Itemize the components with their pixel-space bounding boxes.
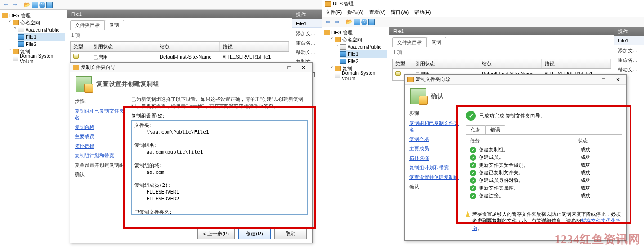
settings-textarea[interactable] — [131, 120, 308, 215]
wizard-titlebar[interactable]: 复制文件夹向导 — □ ✕ — [405, 75, 626, 85]
success-icon: ✔ — [466, 111, 476, 121]
create-button[interactable]: 创建(R) — [238, 229, 271, 239]
col-type[interactable]: 类型 — [393, 59, 412, 68]
task-status: 成功 — [581, 177, 618, 184]
collapse-icon[interactable]: ˅ — [7, 20, 13, 26]
col-path[interactable]: 路径 — [542, 59, 611, 68]
wizard-title-text: 复制文件夹向导 — [416, 76, 450, 83]
col-site[interactable]: 站点 — [479, 59, 542, 68]
step-link[interactable]: 复制合格 — [409, 135, 462, 144]
task-status: 成功 — [581, 185, 618, 191]
back-icon[interactable]: ⇦ — [324, 18, 332, 26]
wizard-titlebar[interactable]: 复制文件夹向导 — □ ✕ — [70, 63, 312, 72]
tree-file2[interactable]: File2 — [340, 58, 387, 65]
open-folder-icon[interactable]: 📂 — [23, 1, 31, 9]
table-row[interactable]: 已启用 Default-First-Site-Name \\FILESERVER… — [71, 52, 289, 63]
collapse-icon[interactable]: ˅ — [329, 66, 335, 72]
close-icon[interactable]: ✕ — [298, 64, 309, 71]
view-icon[interactable] — [354, 19, 360, 25]
warning-icon — [466, 211, 470, 217]
task-status: 成功 — [581, 146, 618, 153]
step-link[interactable]: 复制组和已复制文件夹名 — [409, 118, 462, 135]
step-link[interactable]: 主要成员 — [409, 144, 462, 154]
action-add-target[interactable]: 添加文件夹目标... — [292, 29, 322, 38]
menu-view[interactable]: 查看(V) — [369, 9, 386, 16]
tree-domain[interactable]: Domain System Volum — [335, 72, 387, 79]
step-link[interactable]: 复制组和已复制文件夹名 — [75, 106, 128, 122]
extra-icon[interactable] — [368, 19, 375, 25]
collapse-icon[interactable]: ˅ — [335, 44, 340, 50]
tree-namespaces[interactable]: ˅命名空间 — [329, 36, 387, 43]
col-refstate[interactable]: 引用状态 — [90, 42, 157, 51]
tab-targets[interactable]: 文件夹目标 — [70, 20, 105, 30]
file-icon — [340, 51, 346, 57]
tree-ns-path[interactable]: ˅\\aa.com\Public — [13, 26, 65, 33]
tree-namespaces[interactable]: ˅命名空间 — [7, 19, 65, 26]
menubar: 文件(F) 操作(A) 查看(V) 窗口(W) 帮助(H) — [322, 8, 644, 17]
step-link[interactable]: 复查设置并创建复制组 — [409, 172, 462, 182]
help-icon[interactable]: ? — [361, 19, 367, 25]
cell-refstate: 已启用 — [90, 53, 157, 62]
col-site[interactable]: 站点 — [157, 42, 220, 51]
tab-tasks[interactable]: 任务 — [466, 125, 486, 134]
step-link[interactable]: 复制组计划和带宽 — [409, 163, 462, 172]
action-move[interactable]: 移动文件夹... — [614, 65, 644, 74]
status-icon — [73, 54, 79, 59]
tree-pane: DFS 管理 ˅命名空间 ˅\\aa.com\Public File1 File… — [0, 10, 67, 249]
forward-icon[interactable]: ⇨ — [11, 1, 19, 9]
check-icon: ✔ — [470, 147, 476, 153]
menu-action[interactable]: 操作(A) — [347, 9, 364, 16]
help-icon[interactable]: ? — [39, 2, 45, 8]
tree-file1[interactable]: File1 — [340, 50, 387, 58]
tree-file2[interactable]: File2 — [18, 41, 65, 48]
tab-replication[interactable]: 复制 — [104, 20, 124, 30]
folder-icon — [335, 37, 341, 42]
prev-button[interactable]: < 上一步(P) — [197, 229, 235, 239]
collapse-icon[interactable]: ˅ — [13, 27, 18, 33]
task-table: 任务 状态 ✔创建复制组。成功✔创建成员。成功✔更新文件夹安全级别。成功✔创建已… — [466, 134, 622, 206]
tab-replication[interactable]: 复制 — [426, 37, 446, 47]
folder-icon — [335, 66, 341, 71]
tree-label: File1 — [26, 34, 36, 40]
open-folder-icon[interactable]: 📂 — [345, 18, 353, 26]
step-link[interactable]: 复制组计划和带宽 — [75, 151, 128, 160]
collapse-icon[interactable]: ˅ — [7, 49, 13, 54]
tree-domain[interactable]: Domain System Volum — [13, 55, 65, 62]
view-icon[interactable] — [32, 2, 38, 8]
wizard-steps: 步骤: 复制组和已复制文件夹名 复制合格 主要成员 拓扑选择 复制组计划和带宽 … — [75, 96, 128, 227]
close-icon[interactable]: ✕ — [612, 77, 624, 83]
tree-root[interactable]: DFS 管理 — [2, 12, 65, 19]
maximize-icon[interactable]: □ — [283, 64, 295, 71]
cancel-button[interactable]: 取消 — [274, 229, 307, 239]
action-rename[interactable]: 重命名文件夹... — [614, 55, 644, 65]
step-link[interactable]: 主要成员 — [75, 132, 128, 141]
minimize-icon[interactable]: — — [583, 77, 595, 83]
tab-targets[interactable]: 文件夹目标 — [392, 37, 427, 47]
extra-icon[interactable] — [46, 2, 53, 8]
action-move[interactable]: 移动文件夹... — [292, 48, 322, 57]
step-link[interactable]: 拓扑选择 — [409, 154, 462, 163]
menu-window[interactable]: 窗口(W) — [391, 9, 409, 16]
task-row: ✔更新文件夹安全级别。成功 — [470, 161, 618, 169]
tree-file1[interactable]: File1 — [18, 33, 65, 41]
cell-site: Default-First-Site-Name — [157, 53, 220, 62]
tree-root[interactable]: DFS 管理 — [324, 29, 387, 36]
action-rename[interactable]: 重命名文件夹... — [292, 38, 322, 48]
back-icon[interactable]: ⇦ — [2, 1, 10, 9]
tab-errors[interactable]: 错误 — [485, 125, 505, 134]
col-type[interactable]: 类型 — [71, 42, 90, 51]
menu-help[interactable]: 帮助(H) — [414, 9, 431, 16]
minimize-icon[interactable]: — — [269, 64, 281, 71]
col-task: 任务 — [470, 137, 578, 144]
maximize-icon[interactable]: □ — [598, 77, 609, 83]
forward-icon[interactable]: ⇨ — [333, 18, 341, 26]
menu-file[interactable]: 文件(F) — [326, 9, 342, 16]
tree-ns-path[interactable]: ˅\\aa.com\Public — [335, 43, 387, 50]
action-add-target[interactable]: 添加文件夹目标... — [614, 46, 644, 55]
collapse-icon[interactable]: ˅ — [329, 37, 335, 43]
wizard-icon — [73, 65, 79, 70]
col-path[interactable]: 路径 — [220, 42, 289, 51]
col-refstate[interactable]: 引用状态 — [412, 59, 479, 68]
step-link[interactable]: 复制合格 — [75, 122, 128, 132]
step-link[interactable]: 拓扑选择 — [75, 141, 128, 151]
